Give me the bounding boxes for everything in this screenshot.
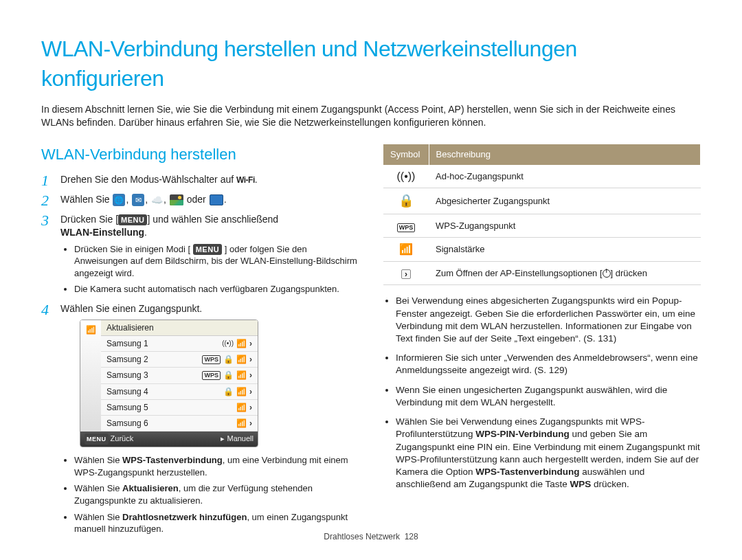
adhoc-icon: ((•)) [397, 170, 416, 182]
refresh-row: Aktualisieren [106, 322, 252, 333]
footer-back: MENU Zurück [85, 434, 133, 445]
step-3-pre: Drücken Sie [ [60, 214, 118, 225]
step-2-end: . [224, 194, 227, 205]
chevron-right-icon: › [401, 269, 411, 279]
table-row: › Zum Öffnen der AP-Einstellungsoptionen… [383, 261, 701, 285]
sep: , [126, 194, 131, 205]
chevron-right-icon: › [249, 338, 252, 349]
chevron-right-icon: › [249, 354, 252, 365]
step-1-text-post: . [255, 174, 258, 185]
bullet-unsecured-ap: Wenn Sie einen ungesicherten Zugangspunk… [396, 384, 701, 409]
footer-manual: ▸ Manuell [221, 434, 254, 445]
t: Zum Öffnen der AP-Einstellungsoptionen [ [436, 268, 603, 278]
section-heading: WLAN-Verbindung herstellen [41, 144, 359, 165]
lock-icon: 🔒 [223, 370, 234, 381]
tv-icon [210, 194, 223, 205]
adhoc-icon: ((•)) [222, 339, 234, 348]
page-title: WLAN-Verbindung herstellen und Netzwerke… [41, 34, 701, 93]
wps-button-label: WPS-Tastenverbindung [122, 455, 223, 465]
signal-icon: 📶 [236, 338, 247, 349]
ap-name: Samsung 1 [106, 338, 218, 349]
ap-name: Samsung 5 [106, 402, 232, 413]
step-4-sub-refresh: Wählen Sie Aktualisieren, um die zur Ver… [74, 482, 359, 506]
wifi-mode-label: Wi-Fi [236, 175, 255, 186]
step-2: Wählen Sie 🌐, ✉, ☁️, oder . [41, 193, 359, 206]
menu-button-icon: MENU [85, 434, 109, 445]
globe-icon: 🌐 [113, 194, 125, 206]
add-network-label: Drahtlosnetzwerk hinzufügen [122, 512, 247, 522]
chevron-right-icon: › [249, 402, 252, 413]
bullet-login-browser: Informieren Sie sich unter „Verwenden de… [396, 352, 701, 377]
step-3-post: . [144, 227, 147, 238]
step-2-text-pre: Wählen Sie [60, 194, 112, 205]
ap-name: Samsung 2 [106, 354, 198, 365]
wps-icon: WPS [202, 355, 221, 364]
step-3-sub-1: Drücken Sie in einigen Modi [ MENU ] ode… [74, 243, 359, 280]
wps-pin-label: WPS-PIN-Verbindung [475, 429, 570, 439]
signal-icon: 📶 [236, 354, 247, 365]
chevron-right-icon: › [249, 386, 252, 397]
signal-icon: 📶 [236, 402, 247, 413]
wifi-icon: 📶 [86, 324, 96, 335]
bullet-secure-ap: Bei Verwendung eines abgesicherten Zugan… [396, 295, 701, 345]
wps-key-label: WPS [570, 479, 591, 489]
step-3: Drücken Sie [MENU] und wählen Sie anschl… [41, 213, 359, 295]
desc: WPS-Zugangspunkt [429, 214, 701, 238]
ap-row: Samsung 1((•))📶› [101, 336, 258, 352]
power-icon [603, 269, 611, 278]
footer-back-label: Zurück [111, 434, 134, 443]
t: Wählen Sie [74, 512, 122, 522]
step-3-sub-1-a: Drücken Sie in einigen Modi [ [74, 244, 193, 254]
step-4-text: Wählen Sie einen Zugangspunkt. [60, 303, 202, 314]
t: ] drücken [611, 268, 647, 278]
wps-button-label: WPS-Tastenverbindung [475, 467, 579, 477]
ap-row: Samsung 4🔒📶› [101, 384, 258, 400]
ap-icons: ((•))📶› [222, 338, 252, 349]
lock-icon: 🔒 [223, 354, 234, 365]
ap-name: Samsung 4 [106, 386, 219, 397]
desc: Zum Öffnen der AP-Einstellungsoptionen [… [429, 261, 701, 285]
chevron-right-icon: › [249, 418, 252, 429]
menu-button-icon: MENU [193, 244, 222, 255]
intro-paragraph: In diesem Abschnitt lernen Sie, wie Sie … [41, 103, 701, 129]
t: drücken. [591, 479, 629, 489]
photo-icon [170, 194, 183, 205]
step-2-or: oder [187, 194, 209, 205]
ap-list-screenshot: 📶 Aktualisieren Samsung 1((•))📶›Samsung … [80, 320, 258, 447]
sep: , [145, 194, 150, 205]
ap-icons: 📶› [236, 402, 252, 413]
signal-icon: 📶 [236, 418, 247, 429]
desc: Signalstärke [429, 238, 701, 262]
menu-button-icon: MENU [118, 214, 147, 225]
refresh-label: Aktualisieren [122, 483, 179, 493]
symbol-table: Symbol Beschreibung ((•)) Ad-hoc-Zugangs… [383, 144, 701, 285]
ap-icons: 📶› [236, 418, 252, 429]
t: Wählen Sie [74, 455, 122, 465]
signal-icon: 📶 [236, 386, 247, 397]
lock-icon: 🔒 [223, 386, 234, 397]
step-4-sub-wps: Wählen Sie WPS-Tastenverbindung, um eine… [74, 454, 359, 478]
signal-icon: 📶 [399, 243, 413, 255]
mail-icon: ✉ [132, 194, 144, 206]
footer-section: Drahtloses Netzwerk [324, 532, 400, 541]
page-footer: Drahtloses Netzwerk 128 [0, 531, 742, 542]
table-row: WPS WPS-Zugangspunkt [383, 214, 701, 238]
footer-manual-label: Manuell [227, 434, 254, 443]
table-row: 🔒 Abgesicherter Zugangspunkt [383, 188, 701, 214]
desc: Ad-hoc-Zugangspunkt [429, 165, 701, 188]
th-desc: Beschreibung [429, 144, 701, 165]
step-1-text-pre: Drehen Sie den Modus-Wählschalter auf [60, 174, 236, 185]
th-symbol: Symbol [383, 144, 429, 165]
ap-row: Samsung 3WPS🔒📶› [101, 368, 258, 383]
wps-icon: WPS [397, 223, 416, 232]
sep: , [164, 194, 169, 205]
desc: Abgesicherter Zugangspunkt [429, 188, 701, 214]
table-row: 📶 Signalstärke [383, 238, 701, 262]
step-3-sub-2: Die Kamera sucht automatisch nach verfüg… [74, 283, 359, 295]
bullet-wps: Wählen Sie bei Verwendung eines Zugangsp… [396, 416, 701, 491]
wlan-einstellung-label: WLAN-Einstellung [60, 227, 144, 238]
ap-name: Samsung 3 [106, 370, 198, 381]
chevron-right-icon: › [249, 370, 252, 381]
ap-icons: WPS🔒📶› [202, 370, 252, 381]
ap-row: Samsung 6📶› [101, 416, 258, 432]
